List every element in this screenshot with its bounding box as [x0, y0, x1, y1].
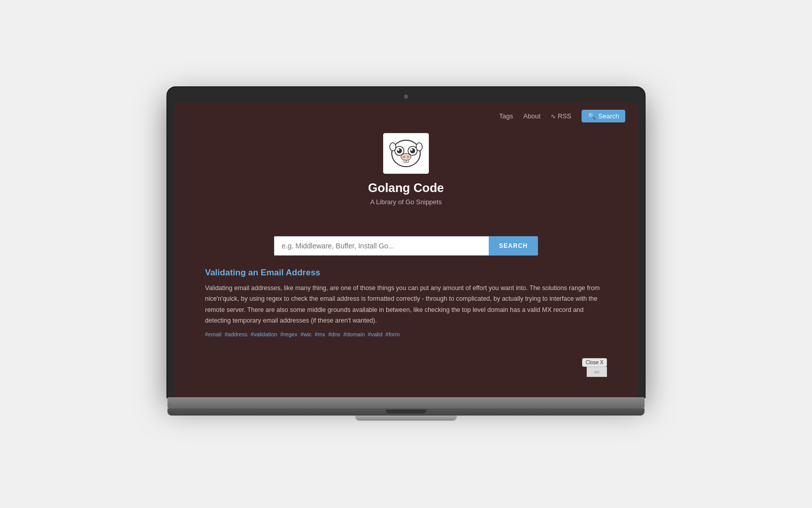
tag[interactable]: #wic: [300, 331, 312, 337]
laptop-camera: [404, 94, 408, 99]
tag[interactable]: #form: [386, 331, 400, 337]
svg-rect-10: [404, 160, 406, 163]
gopher-svg: [386, 136, 426, 171]
laptop-screen: Tags About ∿ RSS 🔍 Search: [175, 103, 637, 397]
svg-point-3: [397, 148, 402, 153]
close-popup-button[interactable]: Close X: [582, 358, 607, 367]
search-submit-button[interactable]: SEARCH: [489, 236, 538, 256]
tag[interactable]: #dns: [328, 331, 341, 337]
search-input[interactable]: [274, 236, 489, 256]
rss-label: RSS: [558, 112, 571, 120]
search-bar: SEARCH: [274, 236, 538, 256]
laptop-bottom: [167, 408, 645, 416]
tag[interactable]: #address: [224, 331, 247, 337]
article-body: Validating email addresses, like many th…: [205, 283, 607, 326]
laptop-wrapper: Tags About ∿ RSS 🔍 Search: [167, 87, 645, 421]
nav-tags-link[interactable]: Tags: [499, 112, 513, 120]
laptop-stand: [355, 416, 457, 421]
search-section: SEARCH: [175, 236, 637, 256]
laptop-screen-outer: Tags About ∿ RSS 🔍 Search: [167, 87, 645, 397]
tag[interactable]: #valid: [368, 331, 383, 337]
tag[interactable]: #email: [205, 331, 221, 337]
site-title: Golang Code: [368, 181, 444, 195]
article-tags: #email#address#validation#regex#wic#mx#d…: [205, 331, 607, 337]
svg-rect-11: [407, 160, 409, 163]
site-navigation: Tags About ∿ RSS 🔍 Search: [175, 103, 637, 130]
svg-point-7: [401, 153, 411, 161]
tag[interactable]: #mx: [315, 331, 325, 337]
svg-point-13: [416, 143, 422, 151]
site-subtitle: A Library of Go Snippets: [370, 198, 442, 206]
laptop-notch: [386, 409, 426, 414]
nav-about-link[interactable]: About: [523, 112, 540, 120]
svg-point-8: [403, 156, 405, 158]
laptop-base: [167, 397, 645, 408]
tag[interactable]: #regex: [280, 331, 297, 337]
nav-rss-link[interactable]: ∿ RSS: [551, 112, 571, 120]
search-icon: 🔍: [588, 112, 596, 120]
svg-point-6: [411, 149, 413, 151]
article-title[interactable]: Validating an Email Address: [205, 268, 607, 278]
svg-point-9: [407, 156, 410, 158]
svg-point-12: [390, 143, 396, 151]
site-logo: [383, 133, 429, 174]
tag[interactable]: #domain: [344, 331, 365, 337]
svg-point-4: [410, 148, 415, 153]
content-section: Validating an Email Address Validating e…: [175, 256, 637, 345]
rss-icon: ∿: [551, 113, 556, 120]
nav-search-button[interactable]: 🔍 Search: [582, 110, 625, 122]
tag[interactable]: #validation: [251, 331, 278, 337]
nav-search-label: Search: [598, 112, 619, 120]
svg-point-5: [397, 149, 399, 151]
ad-placeholder: AD: [587, 367, 607, 377]
